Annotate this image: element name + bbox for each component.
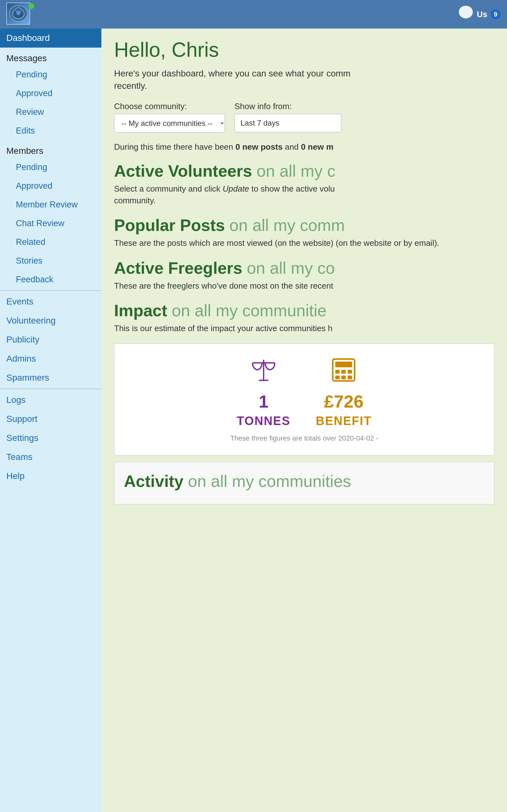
sidebar-section-messages: Messages [0,48,101,65]
online-indicator [29,3,34,9]
notification-badge[interactable]: 9 [491,9,501,19]
sidebar-item-spammers[interactable]: Spammers [0,368,101,387]
sidebar-item-dashboard[interactable]: Dashboard [0,29,101,48]
active-freeglers-title: Active Freeglers on all my co [114,258,494,277]
svg-rect-8 [335,362,352,367]
tonnes-item: 1 TONNES [237,357,291,428]
sidebar-item-logs[interactable]: Logs [0,391,101,409]
sidebar-item-teams[interactable]: Teams [0,448,101,467]
tonnes-label: TONNES [237,414,291,428]
svg-rect-12 [335,375,340,379]
svg-rect-13 [341,375,346,379]
svg-rect-14 [348,375,352,379]
logo-image [6,3,30,25]
tonnes-icon [249,357,278,389]
sidebar-item-support[interactable]: Support [0,409,101,428]
activity-box: Activity on all my communities [114,462,494,504]
svg-rect-9 [335,370,340,374]
sidebar-item-messages-edits[interactable]: Edits [0,121,101,140]
tonnes-number: 1 [259,391,268,412]
sidebar-divider-2 [0,389,101,389]
sidebar-item-members-pending[interactable]: Pending [0,158,101,177]
svg-rect-10 [341,370,346,374]
layout: Dashboard Messages Pending Approved Revi… [0,29,507,812]
selector-row: Choose community: -- My active communiti… [114,101,494,133]
timeframe-selector-group: Show info from: [234,101,341,133]
impact-footnote: These three figures are totals over 2020… [230,434,378,443]
info-text: During this time there have been 0 new p… [114,142,494,152]
sidebar-item-members-approved[interactable]: Approved [0,177,101,195]
activity-title: Activity on all my communities [124,472,485,491]
active-volunteers-title: Active Volunteers on all my c [114,161,494,181]
benefit-icon [330,357,357,389]
impact-row: 1 TONNES [127,357,481,428]
sidebar-item-stories[interactable]: Stories [0,252,101,270]
header-right: Us 9 [458,5,501,23]
sidebar-divider-1 [0,290,101,291]
community-select[interactable]: -- My active communities -- [114,114,225,133]
sidebar-item-help[interactable]: Help [0,467,101,486]
timeframe-label: Show info from: [234,101,341,111]
svg-point-2 [459,6,473,18]
sidebar-item-related[interactable]: Related [0,233,101,252]
sidebar: Dashboard Messages Pending Approved Revi… [0,29,101,812]
svg-point-1 [16,11,20,15]
sidebar-item-publicity[interactable]: Publicity [0,330,101,349]
sidebar-item-chat-review[interactable]: Chat Review [0,214,101,233]
active-volunteers-desc: Select a community and click Update to s… [114,183,494,206]
page-subtitle: Here's your dashboard, where you can see… [114,67,494,92]
community-label: Choose community: [114,101,225,111]
benefit-item: £726 BENEFIT [316,357,372,428]
community-selector-group: Choose community: -- My active communiti… [114,101,225,133]
sidebar-item-events[interactable]: Events [0,292,101,311]
impact-desc: This is our estimate of the impact your … [114,322,494,334]
sidebar-item-settings[interactable]: Settings [0,428,101,448]
sidebar-item-messages-review[interactable]: Review [0,103,101,121]
chat-icon[interactable] [458,5,474,23]
sidebar-section-members: Members [0,140,101,158]
sidebar-item-member-review[interactable]: Member Review [0,195,101,214]
main-content: Hello, Chris Here's your dashboard, wher… [101,29,507,812]
benefit-number: £726 [324,391,364,412]
header: Us 9 [0,0,507,29]
benefit-label: BENEFIT [316,414,372,428]
impact-title: Impact on all my communitie [114,301,494,320]
sidebar-item-messages-approved[interactable]: Approved [0,84,101,103]
popular-posts-title: Popular Posts on all my comm [114,216,494,235]
us-label[interactable]: Us [477,9,487,19]
sidebar-item-admins[interactable]: Admins [0,349,101,368]
timeframe-input[interactable] [234,114,341,132]
sidebar-item-messages-pending[interactable]: Pending [0,65,101,84]
svg-rect-11 [348,370,352,374]
popular-posts-desc: These are the posts which are most viewe… [114,237,494,249]
page-greeting: Hello, Chris [114,38,494,61]
active-freeglers-desc: These are the freeglers who've done most… [114,280,494,292]
logo-container[interactable] [6,3,35,26]
sidebar-item-volunteering[interactable]: Volunteering [0,311,101,330]
sidebar-item-feedback[interactable]: Feedback [0,270,101,289]
impact-box: 1 TONNES [114,344,494,455]
